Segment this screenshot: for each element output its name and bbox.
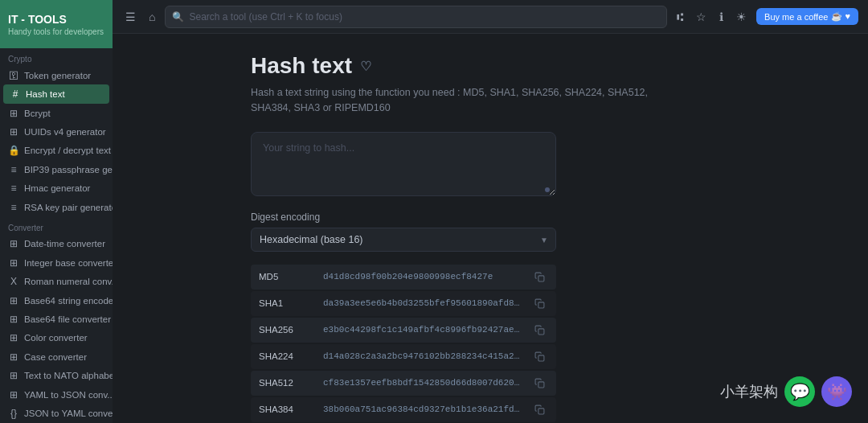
hash-algo-label: SHA224 — [259, 351, 315, 361]
sidebar-item-rsa[interactable]: ≡ RSA key pair generator — [0, 198, 113, 216]
sidebar-item-datetime[interactable]: ⊞ Date-time converter — [0, 235, 113, 253]
copy-hash-button[interactable] — [531, 297, 548, 310]
list2-icon: ≡ — [8, 183, 19, 194]
sidebar-item-label: Date-time converter — [24, 239, 105, 248]
hash-algo-label: SHA512 — [259, 378, 315, 388]
hash-row: SHA1da39a3ee5e6b4b0d3255bfef95601890afd8… — [251, 291, 556, 316]
section-label-crypto: Crypto — [0, 48, 113, 66]
sidebar-item-case[interactable]: ⊞ Case converter — [0, 347, 113, 366]
hash-value: 38b060a751ac96384cd9327eb1b1e36a21fdb711… — [323, 405, 523, 414]
hash-icon: # — [10, 88, 21, 100]
sidebar-item-label: JSON to YAML conver... — [24, 409, 113, 418]
main-content: Hash text ♡ Hash a text string using the… — [225, 34, 868, 423]
page-title: Hash text ♡ — [251, 53, 842, 79]
sidebar-item-label: Text to NATO alphabet — [24, 371, 113, 380]
info-button[interactable]: ℹ — [716, 7, 727, 27]
hash-value: da39a3ee5e6b4b0d3255bfef95601890afd80709 — [323, 298, 523, 308]
buy-coffee-label: Buy me a coffee — [764, 12, 828, 22]
sidebar-item-label: Base64 string encode... — [24, 296, 113, 306]
section-label-converter: Converter — [0, 217, 113, 235]
key-icon: ⚿ — [8, 70, 19, 81]
star-button[interactable]: ☆ — [693, 7, 710, 27]
chat-icon: 💬 — [790, 382, 810, 401]
sidebar-item-json-yaml[interactable]: {} JSON to YAML conver... — [0, 404, 113, 422]
sidebar-item-yaml-json[interactable]: ⊞ YAML to JSON conv... — [0, 385, 113, 404]
app-subtitle: Handy tools for developers — [8, 27, 104, 36]
sidebar-item-label: BIP39 passphrase gen... — [24, 165, 113, 175]
list-icon: ≡ — [8, 164, 19, 175]
sidebar-item-label: Hash text — [26, 89, 65, 99]
svg-rect-2 — [538, 328, 544, 334]
sidebar-item-uuids[interactable]: ⊞ UUIDs v4 generator — [0, 122, 113, 141]
search-icon: 🔍 — [172, 11, 184, 23]
hash-value: d14a028c2a3a2bc9476102bb288234c415a2b01f… — [323, 351, 523, 361]
svg-rect-1 — [538, 302, 544, 307]
copy-hash-button[interactable] — [531, 323, 548, 337]
sidebar-item-hmac[interactable]: ≡ Hmac generator — [0, 179, 113, 198]
github-button[interactable]: ⑆ — [674, 7, 686, 27]
sidebar: IT - TOOLS Handy tools for developers Cr… — [0, 0, 113, 423]
digest-select[interactable]: Hexadecimal (base 16) Base64 Binary — [251, 228, 556, 252]
sidebar-item-bcrypt[interactable]: ⊞ Bcrypt — [0, 104, 113, 122]
theme-button[interactable]: ☀ — [733, 7, 750, 27]
sidebar-item-integer-base[interactable]: ⊞ Integer base converter — [0, 253, 113, 272]
sidebar-item-label: Roman numeral conv... — [24, 277, 113, 286]
lock-icon: 🔒 — [8, 145, 19, 156]
svg-rect-0 — [538, 275, 544, 281]
sidebar-item-base64-file[interactable]: ⊞ Base64 file converter — [0, 310, 113, 328]
hash-row: SHA256e3b0c44298fc1c149afbf4c8996fb92427… — [251, 318, 556, 343]
sidebar-item-text-nato[interactable]: ⊞ Text to NATO alphabet — [0, 367, 113, 385]
base-icon: ⊞ — [8, 257, 19, 269]
page-title-text: Hash text — [251, 53, 352, 79]
sidebar-item-label: UUIDs v4 generator — [24, 127, 106, 137]
page-subtitle: Hash a text string using the function yo… — [251, 85, 653, 116]
svg-rect-5 — [538, 408, 544, 413]
digest-encoding-label: Digest encoding — [251, 212, 842, 223]
sidebar-item-label: Color converter — [24, 333, 88, 343]
topbar-right: ⑆ ☆ ℹ ☀ Buy me a coffee ☕ ♥ — [674, 7, 858, 27]
sidebar-item-label: Token generator — [24, 71, 91, 80]
hash-value: cf83e1357eefb8bdf1542850d66d8007d620e405… — [323, 378, 523, 388]
sidebar-item-label: Bcrypt — [24, 109, 51, 118]
copy-hash-button[interactable] — [531, 350, 548, 363]
copy-hash-button[interactable] — [531, 403, 548, 417]
topbar: ☰ ⌂ 🔍 ⑆ ☆ ℹ ☀ Buy me a coffee ☕ ♥ — [113, 0, 868, 34]
sidebar-item-token-generator[interactable]: ⚿ Token generator — [0, 66, 113, 84]
sidebar-item-encrypt[interactable]: 🔒 Encrypt / decrypt text — [0, 142, 113, 160]
sidebar-item-label: Case converter — [24, 352, 87, 362]
sidebar-item-label: Integer base converter — [24, 258, 113, 268]
digest-select-wrapper: Hexadecimal (base 16) Base64 Binary ▼ — [251, 228, 556, 252]
resize-handle — [545, 187, 550, 192]
hash-input[interactable] — [251, 132, 556, 196]
sidebar-item-base64-string[interactable]: ⊞ Base64 string encode... — [0, 291, 113, 310]
color-icon: ⊞ — [8, 332, 19, 343]
copy-hash-button[interactable] — [531, 376, 548, 390]
sidebar-item-label: YAML to JSON conv... — [24, 390, 113, 400]
watermark-text: 小羊架构 — [720, 382, 778, 401]
list3-icon: ≡ — [8, 202, 19, 213]
sidebar-item-label: RSA key pair generator — [24, 203, 113, 212]
hash-value: e3b0c44298fc1c149afbf4c8996fb92427ae41e4… — [323, 325, 523, 335]
watermark: 小羊架构 💬 👾 — [720, 376, 852, 407]
hash-value: d41d8cd98f00b204e9800998ecf8427e — [323, 272, 523, 281]
copy-hash-button[interactable] — [531, 270, 548, 284]
sidebar-item-color[interactable]: ⊞ Color converter — [0, 329, 113, 347]
sidebar-item-roman[interactable]: X Roman numeral conv... — [0, 272, 113, 290]
buy-coffee-button[interactable]: Buy me a coffee ☕ ♥ — [756, 8, 858, 25]
search-input[interactable] — [189, 11, 660, 23]
menu-button[interactable]: ☰ — [122, 7, 139, 27]
hash-row: SHA224d14a028c2a3a2bc9476102bb288234c415… — [251, 344, 556, 369]
json-icon: {} — [8, 408, 19, 419]
hash-algo-label: MD5 — [259, 272, 315, 281]
hash-algo-label: SHA384 — [259, 405, 315, 414]
wechat-icon: 💬 — [784, 376, 815, 407]
sidebar-item-hash-text[interactable]: # Hash text — [3, 84, 109, 103]
grid2-icon: ⊞ — [8, 126, 19, 138]
home-button[interactable]: ⌂ — [145, 7, 158, 27]
sidebar-item-label: Hmac generator — [24, 183, 90, 193]
search-bar: 🔍 — [165, 6, 667, 28]
svg-rect-4 — [538, 381, 544, 387]
sidebar-item-bip39[interactable]: ≡ BIP39 passphrase gen... — [0, 160, 113, 179]
grid-icon: ⊞ — [8, 108, 19, 119]
hash-input-wrapper — [251, 132, 556, 199]
